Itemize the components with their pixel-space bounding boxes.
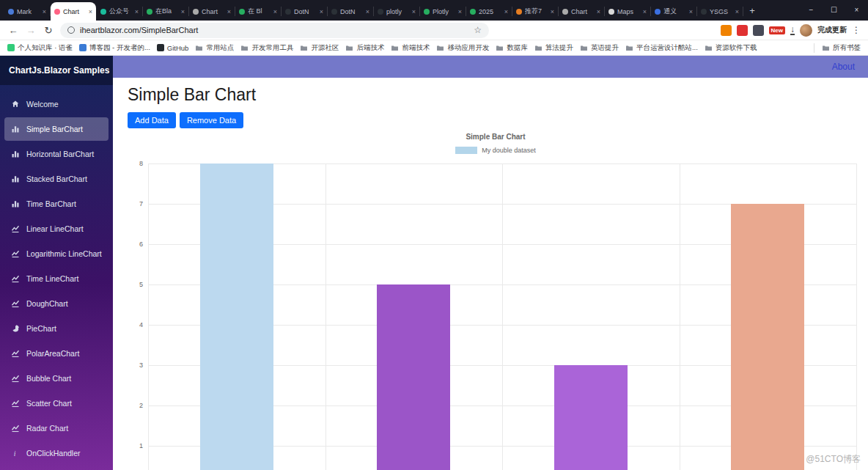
sidebar-item-polarareachart[interactable]: PolarAreaChart xyxy=(4,342,108,365)
sidebar-item-stacked-barchart[interactable]: Stacked BarChart xyxy=(4,167,108,191)
sidebar-item-simple-barchart[interactable]: Simple BarChart xyxy=(4,117,108,141)
browser-tab[interactable]: Maps× xyxy=(605,2,650,21)
browser-tab[interactable]: plotly× xyxy=(374,2,419,21)
tab-close-icon[interactable]: × xyxy=(504,8,508,15)
tab-close-icon[interactable]: × xyxy=(412,8,416,15)
chart-bar[interactable] xyxy=(731,204,804,470)
button-row: Add Data Remove Data xyxy=(128,112,868,128)
sidebar-item-horizontal-barchart[interactable]: Horizontal BarChart xyxy=(4,142,108,166)
tab-favicon-icon xyxy=(54,9,60,15)
browser-tab[interactable]: Chart× xyxy=(51,2,96,21)
tab-label: DotN xyxy=(294,8,318,15)
browser-menu-icon[interactable]: ⋮ xyxy=(852,25,861,35)
sidebar-item-radar-chart[interactable]: Radar Chart xyxy=(4,416,108,440)
new-tab-button[interactable]: + xyxy=(743,1,761,21)
bookmark-item[interactable]: 前端技术 xyxy=(391,43,430,53)
browser-tab[interactable]: 通义× xyxy=(651,2,696,21)
tab-close-icon[interactable]: × xyxy=(227,8,231,15)
remove-data-button[interactable]: Remove Data xyxy=(180,112,243,128)
add-data-button[interactable]: Add Data xyxy=(128,112,176,128)
tab-close-icon[interactable]: × xyxy=(43,8,46,15)
chart-bar[interactable] xyxy=(200,164,273,470)
new-extension-badge[interactable]: New xyxy=(769,26,785,34)
browser-tab[interactable]: 在 Bl× xyxy=(235,2,281,21)
tab-close-icon[interactable]: × xyxy=(366,8,369,15)
tab-close-icon[interactable]: × xyxy=(458,8,462,15)
extension-icon[interactable] xyxy=(737,25,748,36)
sidebar-item-label: Welcome xyxy=(26,100,59,109)
bookmark-item[interactable]: 英语提升 xyxy=(580,43,619,53)
tab-close-icon[interactable]: × xyxy=(320,8,323,15)
profile-avatar[interactable] xyxy=(800,24,812,37)
bookmark-item[interactable]: 个人知识库 · 语雀 xyxy=(7,43,73,53)
browser-tab[interactable]: Chart× xyxy=(559,2,604,21)
sidebar-item-onclickhandler[interactable]: iOnClickHandler xyxy=(4,441,108,465)
chart-bar[interactable] xyxy=(377,284,450,470)
browser-tab[interactable]: Mark× xyxy=(4,2,50,21)
tab-close-icon[interactable]: × xyxy=(551,8,554,15)
browser-tab[interactable]: Chart× xyxy=(189,2,235,21)
bookmark-item[interactable]: 平台运营设计酷站... xyxy=(625,43,698,53)
tab-favicon-icon xyxy=(608,9,614,15)
url-input[interactable]: iheartblazor.com/SimpleBarChart ☆ xyxy=(60,23,489,38)
bookmark-item[interactable]: 算法提升 xyxy=(534,43,573,53)
tab-close-icon[interactable]: × xyxy=(689,8,693,15)
browser-tab[interactable]: 推荐7× xyxy=(512,2,558,21)
bookmark-item[interactable]: 数据库 xyxy=(496,43,528,53)
browser-tab[interactable]: 公众号× xyxy=(97,2,142,21)
sidebar-item-welcome[interactable]: Welcome xyxy=(4,92,108,116)
sidebar-item-logarithmic-linechart[interactable]: Logarithmic LineChart xyxy=(4,242,108,265)
bookmark-star-icon[interactable]: ☆ xyxy=(474,25,482,35)
browser-tab[interactable]: YSGS× xyxy=(697,2,743,21)
refresh-icon[interactable]: ↻ xyxy=(43,25,54,36)
maximize-button[interactable]: ☐ xyxy=(823,0,845,21)
close-button[interactable]: × xyxy=(845,0,868,21)
bookmark-item[interactable]: 移动应用开发 xyxy=(436,43,489,53)
bookmark-item[interactable]: GitHub xyxy=(157,44,189,52)
bookmark-item[interactable]: 资源软件下载 xyxy=(705,43,757,53)
download-icon[interactable]: ↓ xyxy=(790,26,795,35)
browser-tab[interactable]: DotN× xyxy=(328,2,373,21)
chrome-update-button[interactable]: 完成更新 xyxy=(817,25,847,35)
back-icon[interactable]: ← xyxy=(7,25,19,36)
y-axis-label: 3 xyxy=(139,361,143,369)
tab-close-icon[interactable]: × xyxy=(273,8,277,15)
tab-close-icon[interactable]: × xyxy=(181,8,185,15)
extension-icon[interactable] xyxy=(753,25,764,36)
all-bookmarks[interactable]: 所有书签 xyxy=(814,43,861,53)
y-axis-label: 7 xyxy=(139,200,143,208)
browser-tab[interactable]: 在Bla× xyxy=(143,2,188,21)
tab-close-icon[interactable]: × xyxy=(135,8,139,15)
browser-tab[interactable]: DotN× xyxy=(282,2,327,21)
tab-close-icon[interactable]: × xyxy=(735,8,739,15)
sidebar-item-scatter-chart[interactable]: Scatter Chart xyxy=(4,392,108,415)
page-title: Simple Bar Chart xyxy=(128,85,868,105)
tab-label: Maps xyxy=(617,8,641,15)
sidebar-item-linear-linechart[interactable]: Linear LineChart xyxy=(4,217,108,240)
browser-tab[interactable]: Plotly× xyxy=(420,2,466,21)
sidebar-item-piechart[interactable]: PieChart xyxy=(4,317,108,340)
about-link[interactable]: About xyxy=(832,62,855,72)
browser-tab[interactable]: 2025× xyxy=(466,2,512,21)
sidebar-item-doughchart[interactable]: DoughChart xyxy=(4,292,108,315)
sidebar-item-time-barchart[interactable]: Time BarChart xyxy=(4,192,108,216)
bookmark-item[interactable]: 常用站点 xyxy=(195,43,234,53)
tab-close-icon[interactable]: × xyxy=(643,8,647,15)
chart-legend[interactable]: My double dataset xyxy=(128,147,864,154)
sidebar-item-bubble-chart[interactable]: Bubble Chart xyxy=(4,367,108,390)
tab-favicon-icon xyxy=(8,9,14,15)
brand-title[interactable]: ChartJs.Blazor Samples xyxy=(0,56,113,85)
extension-icon[interactable] xyxy=(721,25,732,36)
minimize-button[interactable]: − xyxy=(800,0,823,21)
chart-bar[interactable] xyxy=(554,365,628,470)
bookmark-item[interactable]: 后端技术 xyxy=(345,43,384,53)
sidebar-item-time-linechart[interactable]: Time LineChart xyxy=(4,267,108,290)
forward-icon[interactable]: → xyxy=(25,25,37,36)
sidebar-item-label: Scatter Chart xyxy=(26,399,72,408)
site-info-icon[interactable] xyxy=(67,26,75,34)
bookmark-item[interactable]: 开源社区 xyxy=(300,43,339,53)
bookmark-item[interactable]: 博客园 - 开发者的... xyxy=(79,43,150,53)
tab-close-icon[interactable]: × xyxy=(597,8,600,15)
bookmark-item[interactable]: 开发常用工具 xyxy=(240,43,293,53)
tab-close-icon[interactable]: × xyxy=(89,8,92,15)
